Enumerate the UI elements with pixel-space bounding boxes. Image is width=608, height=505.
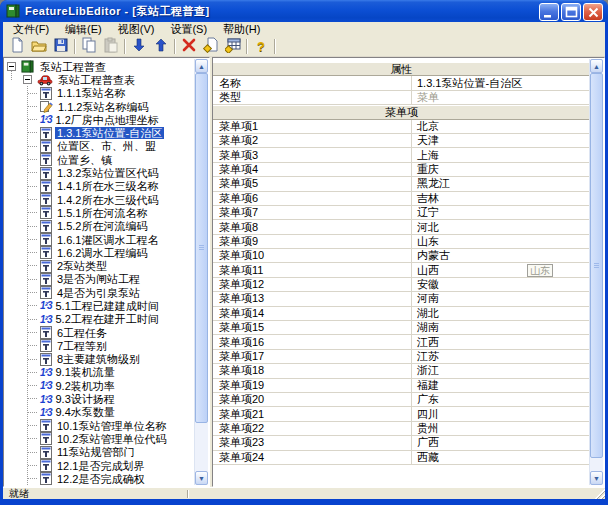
property-value[interactable]: 江苏: [411, 350, 590, 363]
tree-item-label: 9.4水泵数量: [53, 406, 116, 418]
grid-scrollbar[interactable]: ▲ ▼: [589, 59, 603, 485]
property-label: 菜单项17: [213, 349, 411, 364]
tree-item[interactable]: 位置乡、镇: [4, 153, 196, 166]
scroll-up-icon[interactable]: ▲: [590, 59, 603, 73]
menu-item-2[interactable]: 视图(V): [110, 21, 163, 38]
tree-item[interactable]: 1²31.2厂房中点地理坐标: [4, 113, 196, 126]
grid-scroll-thumb[interactable]: [590, 73, 603, 458]
collapse-toggle-icon[interactable]: [23, 75, 32, 84]
property-value[interactable]: 河北: [411, 220, 590, 233]
tree-item[interactable]: 6工程任务: [4, 326, 196, 339]
property-value[interactable]: 上海: [411, 148, 590, 161]
property-value[interactable]: 北京: [411, 120, 590, 133]
tree-item[interactable]: 1²39.2装机功率: [4, 379, 196, 392]
new-document-button[interactable]: [6, 37, 28, 56]
property-value[interactable]: 福建: [411, 379, 590, 392]
add-table-button[interactable]: [222, 37, 244, 56]
tree-item[interactable]: 4是否为引泉泵站: [4, 286, 196, 299]
tree-item[interactable]: 10.2泵站管理单位代码: [4, 432, 196, 445]
tree-item[interactable]: 8主要建筑物级别: [4, 353, 196, 366]
property-value[interactable]: 贵州: [411, 422, 590, 435]
menu-item-0[interactable]: 文件(F): [5, 21, 57, 38]
property-value[interactable]: 1.3.1泵站位置-自治区: [411, 76, 590, 89]
tree-item[interactable]: 1²39.3设计扬程: [4, 392, 196, 405]
tree-item[interactable]: 12.2是否完成确权: [4, 472, 196, 485]
resize-grip-icon[interactable]: [592, 487, 605, 499]
scroll-up-icon[interactable]: ▲: [195, 59, 208, 73]
tree-item[interactable]: 1²35.2工程在建开工时间: [4, 313, 196, 326]
tree-item-label: 9.3设计扬程: [53, 393, 116, 405]
tree-item-label: 9.2装机功率: [53, 380, 116, 392]
property-value[interactable]: 菜单: [411, 91, 590, 104]
tree-item[interactable]: 7工程等别: [4, 339, 196, 352]
menu-item-4[interactable]: 帮助(H): [215, 21, 268, 38]
scroll-down-icon[interactable]: ▼: [195, 471, 208, 485]
paste-button[interactable]: [100, 37, 122, 56]
property-value[interactable]: 江西: [411, 335, 590, 348]
add-feature-button[interactable]: [200, 37, 222, 56]
scroll-down-icon[interactable]: ▼: [590, 471, 603, 485]
property-value[interactable]: 广西: [411, 436, 590, 449]
tree-item[interactable]: 10.1泵站管理单位名称: [4, 419, 196, 432]
move-up-button[interactable]: [150, 37, 172, 56]
tree-item[interactable]: 泵站工程普查: [4, 60, 196, 73]
property-value[interactable]: 黑龙江: [411, 177, 590, 190]
paste-icon: [103, 37, 119, 57]
property-value[interactable]: 湖南: [411, 321, 590, 334]
property-value[interactable]: 辽宁: [411, 206, 590, 219]
num-icon: 1²3: [40, 380, 51, 391]
close-button[interactable]: [583, 3, 603, 21]
property-value[interactable]: 湖北: [411, 307, 590, 320]
delete-button[interactable]: [178, 37, 200, 56]
move-down-button[interactable]: [128, 37, 150, 56]
tree-item[interactable]: 1.3.2泵站位置区代码: [4, 166, 196, 179]
property-label: 菜单项3: [213, 148, 411, 163]
menu-item-3[interactable]: 设置(S): [162, 21, 215, 38]
tree-item-label: 1.2厂房中点地理坐标: [53, 114, 160, 126]
property-label: 菜单项20: [213, 392, 411, 407]
property-value[interactable]: 内蒙古: [411, 249, 590, 262]
tree-item[interactable]: 2泵站类型: [4, 259, 196, 272]
tree-item-label: 1.4.2所在水三级代码: [55, 194, 160, 206]
help-button[interactable]: ?: [250, 37, 272, 56]
menu-item-1[interactable]: 编辑(E): [57, 21, 110, 38]
property-value[interactable]: 重庆: [411, 163, 590, 176]
property-value[interactable]: 山东: [411, 235, 590, 248]
tree-item[interactable]: 3是否为闸站工程: [4, 273, 196, 286]
tree-item[interactable]: 1.5.2所在河流编码: [4, 220, 196, 233]
tree-item[interactable]: 1.4.2所在水三级代码: [4, 193, 196, 206]
property-value[interactable]: 西藏: [411, 451, 590, 464]
property-value[interactable]: 山西: [411, 263, 590, 276]
copy-button[interactable]: [78, 37, 100, 56]
open-folder-button[interactable]: [28, 37, 50, 56]
property-value[interactable]: 广东: [411, 393, 590, 406]
tree-scrollbar[interactable]: ▲ ▼: [194, 59, 208, 485]
collapse-toggle-icon[interactable]: [7, 62, 16, 71]
status-text: 就绪: [3, 487, 29, 501]
tree-item[interactable]: 1.1.2泵站名称编码: [4, 100, 196, 113]
tree-item[interactable]: 1.4.1所在水三级名称: [4, 180, 196, 193]
minimize-button[interactable]: [539, 3, 559, 21]
tree-item[interactable]: 1²39.1装机流量: [4, 366, 196, 379]
property-value[interactable]: 天津: [411, 134, 590, 147]
tree-item[interactable]: 12.1是否完成划界: [4, 459, 196, 472]
tree-item[interactable]: 11泵站规管部门: [4, 446, 196, 459]
tree-item[interactable]: 1.6.1灌区调水工程名: [4, 233, 196, 246]
property-value[interactable]: 河南: [411, 292, 590, 305]
tree-item[interactable]: 泵站工程普查表: [4, 73, 196, 86]
property-value[interactable]: 四川: [411, 407, 590, 420]
tree-item[interactable]: 1.5.1所在河流名称: [4, 206, 196, 219]
tree-item[interactable]: 1²35.1工程已建建成时间: [4, 299, 196, 312]
property-value[interactable]: 吉林: [411, 192, 590, 205]
tree-item[interactable]: 1.3.1泵站位置-自治区: [4, 126, 196, 139]
tree-item[interactable]: 1.1.1泵站名称: [4, 87, 196, 100]
property-value[interactable]: 浙江: [411, 364, 590, 377]
save-button[interactable]: [50, 37, 72, 56]
tree-item[interactable]: 1²39.4水泵数量: [4, 406, 196, 419]
tree-scroll-thumb[interactable]: [195, 73, 208, 423]
property-value[interactable]: 安徽: [411, 278, 590, 291]
tree-item[interactable]: 位置区、市、州、盟: [4, 140, 196, 153]
property-row: 菜单项4重庆: [213, 163, 590, 177]
maximize-button[interactable]: [561, 3, 581, 21]
tree-item[interactable]: 1.6.2调水工程编码: [4, 246, 196, 259]
